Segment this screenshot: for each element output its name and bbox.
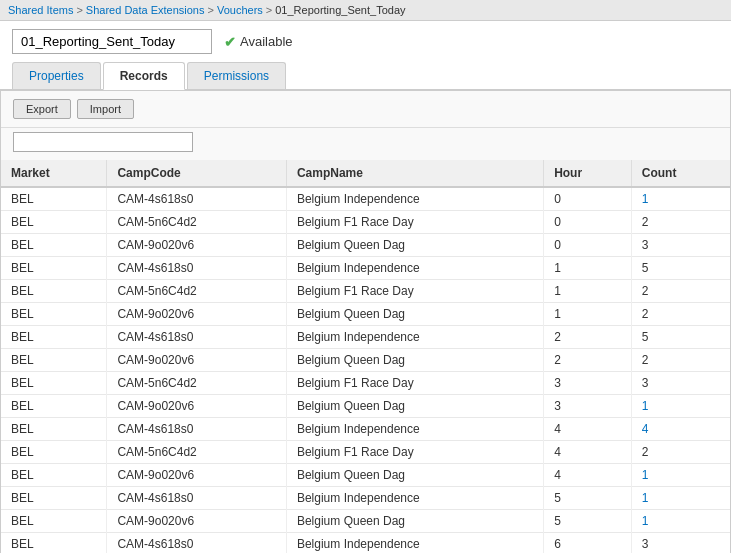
count-cell[interactable]: 1 <box>631 464 730 487</box>
column-header-hour: Hour <box>544 160 632 187</box>
table-row: BELCAM-9o020v6Belgium Queen Dag51 <box>1 510 730 533</box>
table-row: BELCAM-9o020v6Belgium Queen Dag03 <box>1 234 730 257</box>
data-cell: 6 <box>544 533 632 554</box>
status-label: Available <box>240 34 293 49</box>
data-cell: CAM-4s618s0 <box>107 326 287 349</box>
table-row: BELCAM-4s618s0Belgium Independence01 <box>1 187 730 211</box>
data-cell: Belgium Independence <box>286 187 543 211</box>
data-cell: Belgium Independence <box>286 533 543 554</box>
data-cell: BEL <box>1 395 107 418</box>
table-row: BELCAM-5n6C4d2Belgium F1 Race Day42 <box>1 441 730 464</box>
data-cell: CAM-9o020v6 <box>107 303 287 326</box>
data-cell: CAM-9o020v6 <box>107 395 287 418</box>
table-body: BELCAM-4s618s0Belgium Independence01BELC… <box>1 187 730 553</box>
count-cell[interactable]: 1 <box>631 187 730 211</box>
tab-properties[interactable]: Properties <box>12 62 101 89</box>
data-cell: Belgium Queen Dag <box>286 395 543 418</box>
count-cell: 2 <box>631 303 730 326</box>
content-area: Export Import MarketCampCodeCampNameHour… <box>0 90 731 553</box>
search-input[interactable] <box>13 132 193 152</box>
tab-records[interactable]: Records <box>103 62 185 90</box>
count-cell: 2 <box>631 280 730 303</box>
data-cell: 4 <box>544 441 632 464</box>
data-cell: 3 <box>544 395 632 418</box>
count-cell: 3 <box>631 234 730 257</box>
data-cell: Belgium F1 Race Day <box>286 372 543 395</box>
data-cell: BEL <box>1 187 107 211</box>
data-cell: 0 <box>544 234 632 257</box>
data-cell: Belgium Independence <box>286 487 543 510</box>
count-cell[interactable]: 1 <box>631 395 730 418</box>
count-cell: 2 <box>631 211 730 234</box>
toolbar: Export Import <box>1 91 730 128</box>
data-cell: Belgium F1 Race Day <box>286 441 543 464</box>
data-cell: BEL <box>1 533 107 554</box>
data-cell: CAM-9o020v6 <box>107 349 287 372</box>
data-cell: Belgium Independence <box>286 257 543 280</box>
data-cell: 2 <box>544 326 632 349</box>
table-row: BELCAM-4s618s0Belgium Independence44 <box>1 418 730 441</box>
table-row: BELCAM-9o020v6Belgium Queen Dag41 <box>1 464 730 487</box>
table-row: BELCAM-4s618s0Belgium Independence15 <box>1 257 730 280</box>
data-cell: Belgium Queen Dag <box>286 510 543 533</box>
data-cell: BEL <box>1 349 107 372</box>
count-cell: 3 <box>631 533 730 554</box>
count-cell[interactable]: 4 <box>631 418 730 441</box>
data-cell: 2 <box>544 349 632 372</box>
data-cell: 3 <box>544 372 632 395</box>
name-input[interactable] <box>12 29 212 54</box>
data-cell: CAM-4s618s0 <box>107 533 287 554</box>
data-cell: CAM-9o020v6 <box>107 510 287 533</box>
data-cell: BEL <box>1 418 107 441</box>
data-cell: BEL <box>1 510 107 533</box>
data-cell: BEL <box>1 303 107 326</box>
data-cell: CAM-5n6C4d2 <box>107 280 287 303</box>
data-cell: Belgium Independence <box>286 326 543 349</box>
table-row: BELCAM-5n6C4d2Belgium F1 Race Day02 <box>1 211 730 234</box>
data-cell: BEL <box>1 234 107 257</box>
data-cell: BEL <box>1 441 107 464</box>
export-button[interactable]: Export <box>13 99 71 119</box>
count-cell: 5 <box>631 326 730 349</box>
data-cell: CAM-4s618s0 <box>107 487 287 510</box>
table-row: BELCAM-9o020v6Belgium Queen Dag31 <box>1 395 730 418</box>
check-icon: ✔ <box>224 34 236 50</box>
table-header: MarketCampCodeCampNameHourCount <box>1 160 730 187</box>
data-table: MarketCampCodeCampNameHourCount BELCAM-4… <box>1 160 730 553</box>
data-cell: 5 <box>544 487 632 510</box>
data-cell: CAM-4s618s0 <box>107 418 287 441</box>
data-cell: 4 <box>544 418 632 441</box>
data-cell: CAM-4s618s0 <box>107 257 287 280</box>
data-cell: Belgium Queen Dag <box>286 303 543 326</box>
count-cell: 2 <box>631 441 730 464</box>
table-row: BELCAM-5n6C4d2Belgium F1 Race Day33 <box>1 372 730 395</box>
table-row: BELCAM-4s618s0Belgium Independence25 <box>1 326 730 349</box>
count-cell[interactable]: 1 <box>631 487 730 510</box>
breadcrumb: Shared Items>Shared Data Extensions>Vouc… <box>0 0 731 21</box>
count-cell[interactable]: 1 <box>631 510 730 533</box>
table-row: BELCAM-4s618s0Belgium Independence51 <box>1 487 730 510</box>
column-header-count: Count <box>631 160 730 187</box>
table-row: BELCAM-9o020v6Belgium Queen Dag12 <box>1 303 730 326</box>
data-cell: BEL <box>1 211 107 234</box>
tabs-bar: Properties Records Permissions <box>12 62 719 89</box>
data-cell: Belgium Queen Dag <box>286 464 543 487</box>
status-badge: ✔ Available <box>224 34 293 50</box>
data-cell: 4 <box>544 464 632 487</box>
data-cell: 1 <box>544 257 632 280</box>
column-header-campcode: CampCode <box>107 160 287 187</box>
data-cell: 0 <box>544 211 632 234</box>
tab-permissions[interactable]: Permissions <box>187 62 286 89</box>
data-cell: BEL <box>1 257 107 280</box>
table-row: BELCAM-5n6C4d2Belgium F1 Race Day12 <box>1 280 730 303</box>
data-cell: Belgium Queen Dag <box>286 234 543 257</box>
data-cell: BEL <box>1 464 107 487</box>
data-cell: Belgium Queen Dag <box>286 349 543 372</box>
data-cell: CAM-4s618s0 <box>107 187 287 211</box>
search-row <box>1 128 730 160</box>
data-cell: Belgium F1 Race Day <box>286 280 543 303</box>
data-cell: BEL <box>1 326 107 349</box>
import-button[interactable]: Import <box>77 99 134 119</box>
column-header-campname: CampName <box>286 160 543 187</box>
data-cell: 0 <box>544 187 632 211</box>
